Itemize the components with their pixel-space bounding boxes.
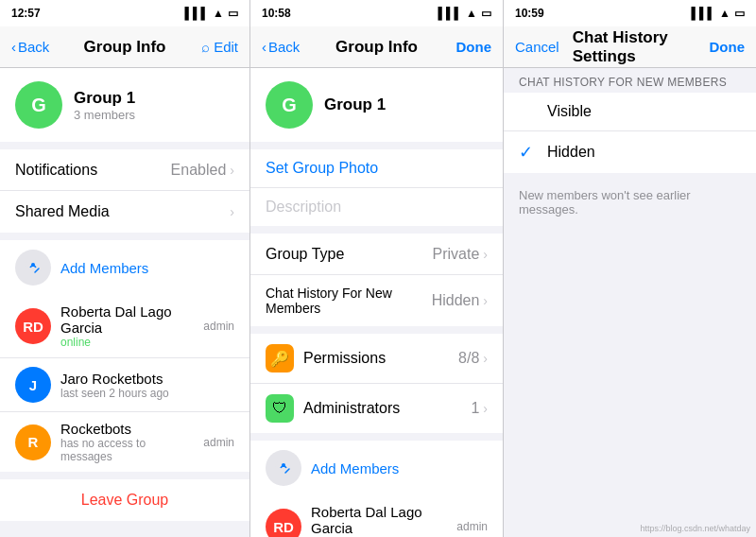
notifications-label: Notifications <box>15 162 171 179</box>
hidden-check-icon: ✓ <box>519 142 538 163</box>
nav-title-3: Chat History Settings <box>573 28 688 66</box>
done-button-3[interactable]: Done <box>710 39 746 55</box>
leave-group-section: Leave Group <box>0 479 249 521</box>
panel-3: 10:59 ▌▌▌ ▲ ▭ Cancel Chat History Settin… <box>504 0 756 537</box>
add-members-row-2[interactable]: Add Members <box>250 441 503 495</box>
member-info-p2-0: Roberta Dal Lago Garcia online <box>311 504 447 537</box>
status-icons-2: ▌▌▌ ▲ ▭ <box>438 7 491 20</box>
chat-history-value: Hidden <box>432 292 480 309</box>
member-item-2[interactable]: R Rocketbots has no access to messages a… <box>0 412 249 472</box>
add-members-row-1[interactable]: Add Members <box>0 240 249 295</box>
svg-point-2 <box>275 459 292 476</box>
add-icon-2 <box>266 450 301 486</box>
add-members-label-2: Add Members <box>311 460 399 476</box>
content-3: CHAT HISTORY FOR NEW MEMBERS Visible ✓ H… <box>504 68 756 537</box>
wifi-icon: ▲ <box>213 7 224 20</box>
group-name-2: Group 1 <box>324 95 386 114</box>
status-bar-1: 12:57 ▌▌▌ ▲ ▭ <box>0 0 249 26</box>
members-section-2: Add Members RD Roberta Dal Lago Garcia o… <box>250 441 503 537</box>
leave-group-button[interactable]: Leave Group <box>0 479 249 521</box>
nav-bar-3: Cancel Chat History Settings Done <box>504 26 756 68</box>
group-type-chevron: › <box>483 247 488 262</box>
admin-icon: 🛡 <box>266 394 294 423</box>
content-2: G Group 1 Set Group Photo Description Gr… <box>250 68 503 537</box>
chat-history-label: Chat History For New Members <box>266 286 432 316</box>
permissions-chevron: › <box>483 351 488 366</box>
edit-button-1[interactable]: ⌕ Edit <box>201 39 238 55</box>
member-item-1[interactable]: J Jaro Rocketbots last seen 2 hours ago <box>0 358 249 412</box>
svg-point-1 <box>31 263 35 267</box>
member-info-2: Rocketbots has no access to messages <box>60 421 194 463</box>
permissions-value: 8/8 <box>458 350 479 367</box>
battery-icon-3: ▭ <box>734 7 745 20</box>
add-icon-1 <box>15 250 51 286</box>
time-2: 10:58 <box>262 7 291 20</box>
chat-history-row[interactable]: Chat History For New Members Hidden › <box>250 275 503 326</box>
status-bar-3: 10:59 ▌▌▌ ▲ ▭ <box>504 0 756 26</box>
profile-info-1: Group 1 3 members <box>74 89 135 122</box>
members-section-1: Add Members RD Roberta Dal Lago Garcia o… <box>0 240 249 472</box>
watermark: https://blog.csdn.net/whatday <box>640 524 750 533</box>
chevron-icon-2: › <box>230 204 234 219</box>
wifi-icon-3: ▲ <box>719 7 730 20</box>
avatar-2: G <box>266 81 313 129</box>
cancel-button-3[interactable]: Cancel <box>515 39 559 55</box>
group-type-label: Group Type <box>266 246 433 263</box>
member-avatar-0: RD <box>15 308 51 344</box>
member-info-1: Jaro Rocketbots last seen 2 hours ago <box>60 371 234 400</box>
type-section: Group Type Private › Chat History For Ne… <box>250 234 503 326</box>
panel-1: 12:57 ▌▌▌ ▲ ▭ ‹ Back Group Info ⌕ Edit G… <box>0 0 250 537</box>
hint-text-3: New members won't see earlier messages. <box>504 181 756 224</box>
admin-label: Administrators <box>303 400 471 417</box>
group-name-1: Group 1 <box>74 89 135 108</box>
back-button-2[interactable]: ‹ Back <box>262 39 300 55</box>
nav-bar-1: ‹ Back Group Info ⌕ Edit <box>0 26 249 68</box>
member-info-0: Roberta Dal Lago Garcia online <box>60 303 194 349</box>
member-avatar-2: R <box>15 424 51 460</box>
permissions-label: Permissions <box>303 350 458 367</box>
chevron-icon: › <box>230 163 234 178</box>
content-1: G Group 1 3 members Notifications Enable… <box>0 68 249 537</box>
status-icons-1: ▌▌▌ ▲ ▭ <box>185 7 238 20</box>
hidden-label: Hidden <box>547 144 595 161</box>
member-item-0[interactable]: RD Roberta Dal Lago Garcia online admin <box>0 295 249 358</box>
administrators-row[interactable]: 🛡 Administrators 1 › <box>250 384 503 433</box>
member-avatar-p2-0: RD <box>266 509 301 537</box>
status-icons-3: ▌▌▌ ▲ ▭ <box>692 7 745 20</box>
settings-list-1: Notifications Enabled › Shared Media › <box>0 149 249 233</box>
hidden-option[interactable]: ✓ Hidden <box>504 131 756 173</box>
chat-history-chevron: › <box>483 293 488 308</box>
visible-option[interactable]: Visible <box>504 93 756 131</box>
signal-icon-2: ▌▌▌ <box>438 7 463 20</box>
set-photo-row[interactable]: Set Group Photo <box>250 149 503 188</box>
permissions-row[interactable]: 🔑 Permissions 8/8 › <box>250 334 503 384</box>
group-profile-2: G Group 1 <box>250 68 503 142</box>
options-list: Visible ✓ Hidden <box>504 93 756 173</box>
add-members-label-1: Add Members <box>60 260 148 276</box>
svg-point-3 <box>282 463 285 467</box>
group-type-value: Private <box>433 246 480 263</box>
photo-desc-section: Set Group Photo Description <box>250 149 503 226</box>
back-button-1[interactable]: ‹ Back <box>11 39 49 55</box>
back-chevron-icon: ‹ <box>11 39 16 55</box>
section-header-3: CHAT HISTORY FOR NEW MEMBERS <box>504 68 756 93</box>
member-item-p2-0[interactable]: RD Roberta Dal Lago Garcia online admin <box>250 495 503 537</box>
nav-title-2: Group Info <box>335 38 418 57</box>
shared-media-row[interactable]: Shared Media › <box>0 191 249 233</box>
group-profile-1: G Group 1 3 members <box>0 68 249 142</box>
description-row[interactable]: Description <box>250 188 503 226</box>
admin-chevron: › <box>483 401 488 416</box>
permissions-icon: 🔑 <box>266 344 294 372</box>
group-type-row[interactable]: Group Type Private › <box>250 234 503 275</box>
panel-2: 10:58 ▌▌▌ ▲ ▭ ‹ Back Group Info Done G G… <box>250 0 504 537</box>
status-bar-2: 10:58 ▌▌▌ ▲ ▭ <box>250 0 503 26</box>
visible-label: Visible <box>547 103 592 120</box>
done-button-2[interactable]: Done <box>456 39 492 55</box>
wifi-icon-2: ▲ <box>466 7 477 20</box>
member-avatar-1: J <box>15 367 51 403</box>
nav-title-1: Group Info <box>84 38 166 57</box>
signal-icon: ▌▌▌ <box>185 7 210 20</box>
back-chevron-icon-2: ‹ <box>262 39 266 55</box>
signal-icon-3: ▌▌▌ <box>692 7 716 20</box>
notifications-row[interactable]: Notifications Enabled › <box>0 149 249 191</box>
